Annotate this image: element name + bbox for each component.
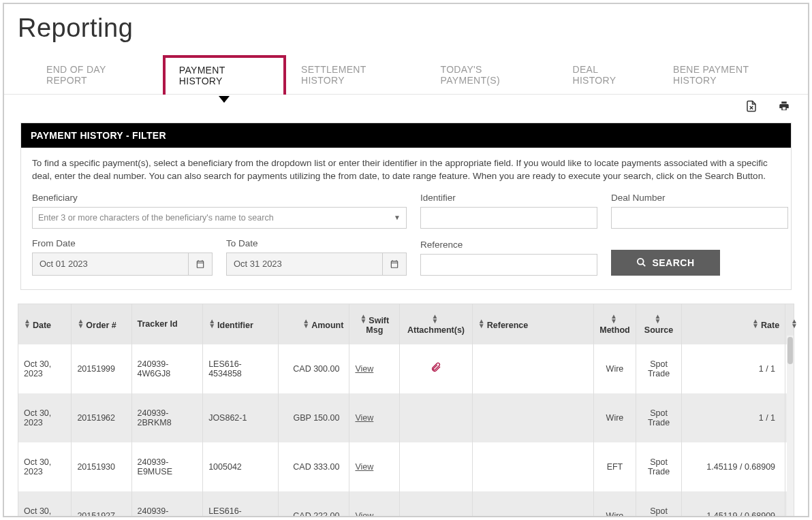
cell-rate: 1 / 1: [682, 393, 785, 442]
identifier-input[interactable]: [420, 207, 597, 229]
cell-attachment: [400, 491, 473, 517]
col-rate[interactable]: ▲▼Rate: [682, 304, 785, 344]
export-excel-icon[interactable]: [745, 100, 758, 114]
cell-swift: View: [349, 344, 400, 393]
search-icon: [636, 257, 646, 267]
cell-reference: [472, 442, 593, 491]
attachment-icon[interactable]: [431, 365, 441, 375]
col-swift[interactable]: ▲▼Swift Msg: [349, 304, 400, 344]
identifier-label: Identifier: [420, 193, 597, 203]
cell-amount: CAD 333.00: [278, 442, 349, 491]
svg-line-1: [643, 264, 646, 267]
cell-source: Spot Trade: [636, 491, 682, 517]
view-swift-link[interactable]: View: [355, 364, 373, 374]
col-amount[interactable]: ▲▼Amount: [278, 304, 349, 344]
cell-source: Spot Trade: [636, 393, 682, 442]
table-row: Oct 30, 202320151930240939-E9MUSE1005042…: [18, 442, 794, 491]
cell-date: Oct 30, 2023: [18, 491, 72, 517]
cell-method: Wire: [594, 491, 636, 517]
page-title: Reporting: [4, 4, 808, 55]
cell-tracker: 240939-2BRKM8: [131, 393, 203, 442]
cell-rate: 1 / 1: [682, 344, 785, 393]
cell-order: 20151999: [72, 344, 131, 393]
calendar-icon: [196, 259, 205, 269]
cell-method: Wire: [594, 344, 636, 393]
reference-label: Reference: [420, 240, 597, 250]
cell-order: 20151930: [72, 442, 131, 491]
beneficiary-select[interactable]: Enter 3 or more characters of the benefi…: [32, 207, 407, 229]
cell-swift: View: [349, 442, 400, 491]
cell-tracker: 240939-4W6GJ8: [131, 344, 203, 393]
col-method[interactable]: ▲▼Method: [594, 304, 636, 344]
table-row: Oct 30, 202320151999240939-4W6GJ8LES616-…: [18, 344, 794, 393]
table-scrollbar[interactable]: [787, 336, 794, 517]
from-date-input[interactable]: [32, 253, 188, 276]
cell-order: 20151927: [72, 491, 131, 517]
beneficiary-label: Beneficiary: [32, 193, 407, 203]
cell-order: 20151962: [72, 393, 131, 442]
col-order[interactable]: ▲▼Order #: [72, 304, 131, 344]
from-date-picker-button[interactable]: [188, 253, 213, 276]
col-attachments[interactable]: ▲▼Attachment(s): [400, 304, 473, 344]
cell-method: Wire: [594, 393, 636, 442]
col-source[interactable]: ▲▼Source: [636, 304, 682, 344]
col-tracker[interactable]: Tracker Id: [131, 304, 203, 344]
tab-deal-history[interactable]: DEAL HISTORY: [558, 56, 659, 94]
to-date-label: To Date: [226, 238, 407, 248]
cell-method: EFT: [594, 442, 636, 491]
cell-identifier: LES616-4534858: [203, 344, 279, 393]
search-button[interactable]: SEARCH: [611, 250, 720, 276]
cell-swift: View: [349, 491, 400, 517]
beneficiary-placeholder: Enter 3 or more characters of the benefi…: [38, 213, 274, 223]
results-table-wrap: ▲▼Date ▲▼Order # Tracker Id ▲▼Identifier…: [18, 304, 794, 517]
results-table: ▲▼Date ▲▼Order # Tracker Id ▲▼Identifier…: [18, 304, 794, 517]
cell-rate: 1.45119 / 0.68909: [682, 491, 785, 517]
search-button-label: SEARCH: [652, 257, 694, 268]
to-date-input[interactable]: [226, 253, 382, 276]
filter-instructions: To find a specific payment(s), select a …: [32, 157, 780, 183]
from-date-label: From Date: [32, 238, 213, 248]
scrollbar-thumb[interactable]: [787, 337, 793, 364]
cell-identifier: LES616-4534858: [203, 491, 279, 517]
chevron-down-icon: ▼: [394, 214, 401, 221]
filter-header: PAYMENT HISTORY - FILTER: [21, 123, 791, 148]
cell-amount: CAD 222.00: [278, 491, 349, 517]
tab-settlement-history[interactable]: SETTLEMENT HISTORY: [286, 56, 426, 94]
cell-source: Spot Trade: [636, 344, 682, 393]
deal-number-input[interactable]: [611, 207, 788, 229]
tab-end-of-day[interactable]: END OF DAY REPORT: [31, 56, 163, 94]
cell-attachment: [400, 442, 473, 491]
calendar-icon: [390, 259, 399, 269]
cell-amount: CAD 300.00: [278, 344, 349, 393]
tab-bene-payment-history[interactable]: BENE PAYMENT HISTORY: [658, 56, 808, 94]
cell-reference: [472, 491, 593, 517]
cell-tracker: 240939-E9MUSE: [131, 442, 203, 491]
cell-tracker: 240939-9FQRUC: [131, 491, 203, 517]
cell-date: Oct 30, 2023: [18, 442, 72, 491]
cell-identifier: JOS862-1: [203, 393, 279, 442]
view-swift-link[interactable]: View: [355, 462, 373, 472]
cell-date: Oct 30, 2023: [18, 393, 72, 442]
table-row: Oct 30, 202320151927240939-9FQRUCLES616-…: [18, 491, 794, 517]
cell-swift: View: [349, 393, 400, 442]
col-date[interactable]: ▲▼Date: [18, 304, 72, 344]
cell-attachment: [400, 393, 473, 442]
reference-input[interactable]: [420, 254, 597, 276]
cell-date: Oct 30, 2023: [18, 344, 72, 393]
table-row: Oct 30, 202320151962240939-2BRKM8JOS862-…: [18, 393, 794, 442]
cell-reference: [472, 393, 593, 442]
col-reference[interactable]: ▲▼Reference: [472, 304, 593, 344]
svg-point-0: [638, 259, 644, 265]
cell-source: Spot Trade: [636, 442, 682, 491]
view-swift-link[interactable]: View: [355, 413, 373, 423]
filter-panel: PAYMENT HISTORY - FILTER To find a speci…: [20, 123, 792, 290]
tab-payment-history[interactable]: PAYMENT HISTORY: [163, 55, 286, 95]
print-icon[interactable]: [778, 100, 790, 114]
to-date-picker-button[interactable]: [382, 253, 407, 276]
report-tabs: END OF DAY REPORT PAYMENT HISTORY SETTLE…: [4, 55, 808, 95]
cell-attachment: [400, 344, 473, 393]
col-identifier[interactable]: ▲▼Identifier: [203, 304, 279, 344]
view-swift-link[interactable]: View: [355, 511, 373, 517]
deal-number-label: Deal Number: [611, 193, 788, 203]
tab-todays-payments[interactable]: TODAY'S PAYMENT(S): [426, 56, 558, 94]
